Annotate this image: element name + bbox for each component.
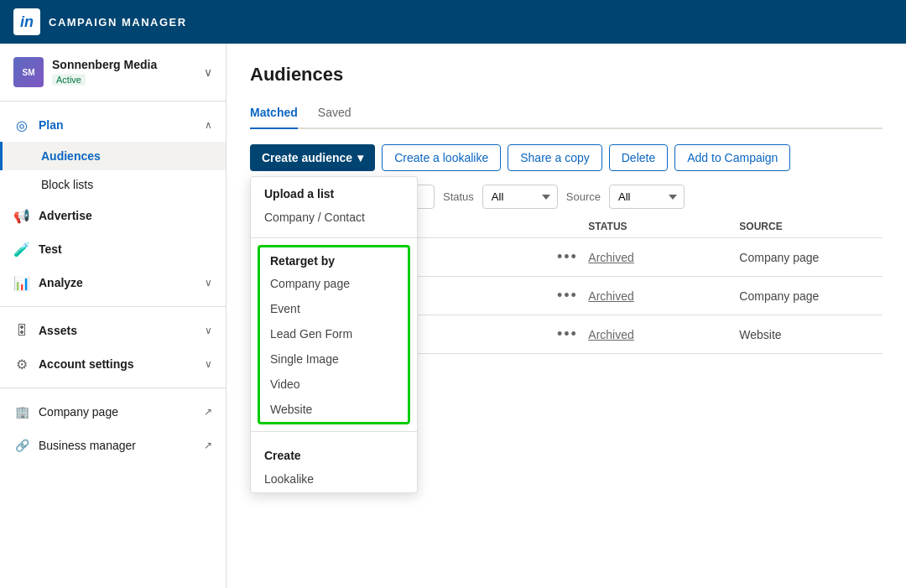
row-dots-cell: •••	[546, 325, 588, 343]
col-header-status: Status	[588, 221, 739, 232]
sidebar-item-audiences[interactable]: Audiences	[0, 142, 226, 170]
source-filter-label: Source	[566, 190, 601, 203]
audiences-label: Audiences	[41, 149, 101, 163]
app-title: CAMPAIGN MANAGER	[49, 16, 187, 29]
divider-2	[0, 388, 226, 388]
col-header-actions	[546, 221, 588, 232]
dropdown-divider-1	[251, 237, 417, 238]
blocklists-label: Block lists	[41, 178, 93, 191]
share-copy-button[interactable]: Share a copy	[508, 144, 602, 171]
sidebar-item-company-page[interactable]: 🏢 Company page ↗	[0, 395, 226, 429]
sidebar-item-assets-label: Assets	[39, 324, 196, 337]
add-to-campaign-button[interactable]: Add to Campaign	[674, 144, 790, 171]
plan-icon: ◎	[13, 117, 30, 133]
avatar: SM	[13, 57, 44, 87]
row-status: Archived	[588, 251, 633, 264]
dropdown-item-video[interactable]: Video	[260, 372, 408, 397]
row-dots-cell: •••	[546, 248, 588, 266]
source-filter-select[interactable]: All	[609, 185, 685, 209]
status-filter-select[interactable]: All	[482, 185, 558, 209]
sidebar-item-plan-label: Plan	[39, 118, 196, 132]
dropdown-item-single-image[interactable]: Single Image	[260, 346, 408, 372]
dropdown-item-website[interactable]: Website	[260, 397, 408, 422]
sidebar-item-assets[interactable]: 🎛 Assets ∨	[0, 314, 226, 347]
sidebar-item-analyze[interactable]: 📊 Analyze ∨	[0, 266, 226, 299]
settings-icon: ⚙	[13, 356, 30, 372]
col-header-source: Source	[739, 221, 883, 232]
row-dots-cell: •••	[546, 287, 588, 304]
row-source: Company page	[739, 289, 819, 303]
row-actions-button[interactable]: •••	[557, 325, 578, 343]
company-page-label: Company page	[39, 405, 195, 419]
sidebar-item-analyze-label: Analyze	[39, 276, 196, 289]
row-source-cell: Company page	[739, 289, 883, 304]
row-source-cell: Website	[739, 327, 883, 342]
assets-chevron-icon: ∨	[205, 325, 212, 336]
upload-list-header: Upload a list	[251, 177, 417, 204]
create-audience-dropdown: Upload a list Company / Contact Retarget…	[250, 176, 418, 493]
business-manager-icon: 🔗	[13, 437, 30, 454]
sidebar-item-blocklists[interactable]: Block lists	[0, 170, 226, 199]
create-audience-button[interactable]: Create audience ▾	[250, 144, 375, 171]
sidebar-item-test[interactable]: 🧪 Test	[0, 232, 226, 266]
test-icon: 🧪	[13, 241, 30, 258]
account-chevron-icon: ∨	[204, 65, 212, 79]
tabs-bar: Matched Saved	[250, 99, 883, 129]
top-navigation: in CAMPAIGN MANAGER	[0, 0, 906, 44]
toolbar: Create audience ▾ Create a lookalike Sha…	[250, 144, 883, 171]
settings-chevron-icon: ∨	[205, 358, 212, 370]
tab-saved[interactable]: Saved	[318, 99, 351, 129]
advertise-icon: 📢	[13, 207, 30, 224]
plan-chevron-icon: ∧	[205, 119, 212, 131]
dropdown-item-event[interactable]: Event	[260, 296, 408, 321]
linkedin-logo: in	[13, 8, 40, 35]
sidebar-item-advertise-label: Advertise	[39, 209, 212, 222]
dropdown-item-company-contact[interactable]: Company / Contact	[251, 204, 417, 231]
row-status-cell: Archived	[588, 327, 739, 342]
sidebar-item-advertise[interactable]: 📢 Advertise	[0, 199, 226, 232]
tab-matched[interactable]: Matched	[250, 99, 298, 129]
create-header: Create	[251, 439, 417, 466]
account-name: Sonnenberg Media	[52, 58, 195, 71]
sidebar-item-test-label: Test	[39, 242, 212, 256]
row-source-cell: Company page	[739, 250, 883, 265]
dropdown-chevron-icon: ▾	[357, 151, 363, 164]
row-status: Archived	[588, 328, 633, 341]
row-source: Company page	[739, 251, 819, 264]
analyze-icon: 📊	[13, 274, 30, 291]
sidebar-item-account-settings[interactable]: ⚙ Account settings ∨	[0, 347, 226, 381]
main-layout: SM Sonnenberg Media Active ∨ ◎ Plan ∧ Au…	[0, 44, 906, 588]
main-content: Audiences Matched Saved Create audience …	[226, 44, 906, 588]
row-source: Website	[739, 328, 781, 341]
dropdown-divider-2	[251, 431, 417, 432]
status-filter-label: Status	[443, 190, 474, 203]
sidebar-item-plan[interactable]: ◎ Plan ∧	[0, 108, 226, 142]
retarget-section: Retarget by Company page Event Lead Gen …	[258, 245, 410, 424]
assets-icon: 🎛	[13, 322, 30, 339]
delete-button[interactable]: Delete	[609, 144, 668, 171]
dropdown-item-lookalike[interactable]: Lookalike	[251, 466, 417, 492]
row-status-cell: Archived	[588, 250, 739, 265]
dropdown-item-lead-gen-form[interactable]: Lead Gen Form	[260, 321, 408, 346]
row-actions-button[interactable]: •••	[557, 248, 578, 266]
row-status-cell: Archived	[588, 289, 739, 304]
account-selector[interactable]: SM Sonnenberg Media Active ∨	[0, 44, 226, 101]
dropdown-item-company-page[interactable]: Company page	[260, 271, 408, 296]
page-title: Audiences	[250, 64, 883, 86]
sidebar: SM Sonnenberg Media Active ∨ ◎ Plan ∧ Au…	[0, 44, 226, 588]
account-info: Sonnenberg Media Active	[52, 58, 195, 86]
external-link-icon-bm: ↗	[204, 440, 212, 451]
retarget-header: Retarget by	[260, 247, 408, 271]
company-page-icon: 🏢	[13, 403, 30, 420]
sidebar-nav: ◎ Plan ∧ Audiences Block lists 📢 Adverti…	[0, 101, 226, 469]
sidebar-item-business-manager[interactable]: 🔗 Business manager ↗	[0, 429, 226, 462]
create-lookalike-button[interactable]: Create a lookalike	[382, 144, 501, 171]
row-actions-button[interactable]: •••	[557, 287, 578, 304]
analyze-chevron-icon: ∨	[205, 277, 212, 289]
account-status: Active	[52, 74, 86, 86]
external-link-icon-company: ↗	[204, 406, 212, 418]
row-status: Archived	[588, 289, 633, 303]
divider-1	[0, 306, 226, 307]
sidebar-item-account-settings-label: Account settings	[39, 357, 196, 371]
logo-area: in CAMPAIGN MANAGER	[13, 8, 187, 35]
